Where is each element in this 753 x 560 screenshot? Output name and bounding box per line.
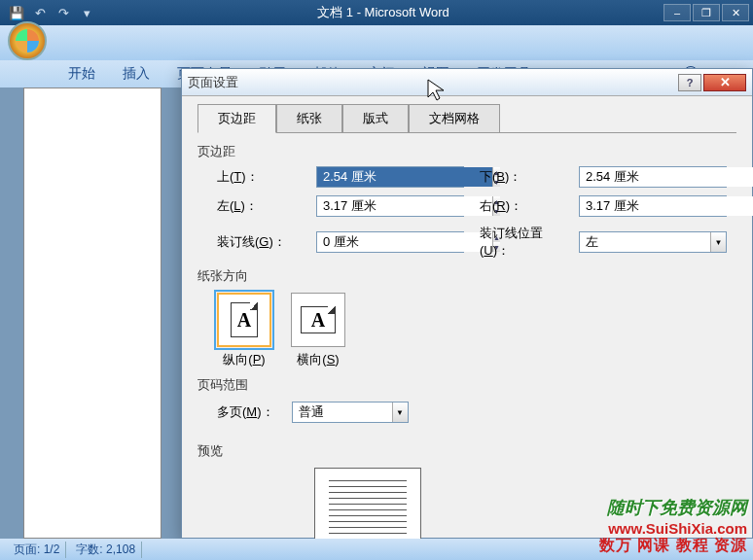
orientation-section-label: 纸张方向: [197, 267, 736, 285]
window-title: 文档 1 - Microsoft Word: [103, 4, 663, 21]
portrait-label: 纵向(P): [223, 352, 265, 367]
gutter-position-dropdown[interactable]: 左▼: [579, 231, 727, 253]
orientation-landscape[interactable]: A 横向(S): [291, 293, 345, 368]
multi-pages-dropdown[interactable]: 普通▼: [292, 402, 409, 423]
save-icon[interactable]: 💾: [8, 4, 25, 21]
bottom-margin-label: 下(B)：: [480, 168, 563, 186]
window-titlebar: 💾 ↶ ↷ ▾ 文档 1 - Microsoft Word – ❐ ✕: [0, 0, 753, 25]
redo-icon[interactable]: ↷: [54, 4, 72, 21]
quick-access-toolbar: 💾 ↶ ↷ ▾: [0, 4, 103, 21]
multi-pages-label: 多页(M)：: [217, 403, 274, 421]
undo-icon[interactable]: ↶: [31, 4, 49, 21]
dialog-tabs: 页边距 纸张 版式 文档网格: [197, 104, 736, 133]
landscape-label: 横向(S): [297, 352, 339, 367]
margins-grid: 上(T)： ▲▼ 下(B)： ▲▼ 左(L)： ▲▼ 右(R)： ▲▼ 装订线(…: [217, 166, 736, 260]
watermark-text: 随时下免费资源网: [607, 496, 747, 519]
status-words[interactable]: 字数: 2,108: [70, 542, 142, 558]
ribbon-tab-home[interactable]: 开始: [66, 61, 97, 87]
orientation-portrait[interactable]: A 纵向(P): [217, 293, 271, 368]
portrait-page-icon: A: [231, 302, 258, 337]
landscape-page-icon: A: [301, 306, 336, 333]
ribbon-tab-insert[interactable]: 插入: [121, 61, 152, 87]
dialog-help-button[interactable]: ?: [678, 74, 701, 91]
gutter-input[interactable]: ▲▼: [316, 231, 464, 253]
right-margin-label: 右(R)：: [480, 197, 563, 215]
status-page[interactable]: 页面: 1/2: [8, 542, 66, 558]
dialog-close-button[interactable]: ✕: [703, 74, 746, 91]
window-controls: – ❐ ✕: [663, 4, 753, 21]
bottom-margin-input[interactable]: ▲▼: [579, 166, 727, 188]
qat-dropdown-icon[interactable]: ▾: [78, 4, 95, 21]
tab-grid[interactable]: 文档网格: [409, 104, 500, 132]
maximize-button[interactable]: ❐: [693, 4, 720, 21]
right-margin-input[interactable]: ▲▼: [579, 195, 727, 217]
top-margin-input[interactable]: ▲▼: [316, 166, 464, 188]
dialog-titlebar: 页面设置 ? ✕: [182, 69, 752, 96]
gutter-position-label: 装订线位置(U)：: [480, 225, 563, 260]
tab-margins[interactable]: 页边距: [197, 104, 276, 133]
dialog-body: 页边距 纸张 版式 文档网格 页边距 上(T)： ▲▼ 下(B)： ▲▼ 左(L…: [182, 96, 752, 560]
chevron-down-icon[interactable]: ▼: [392, 402, 408, 422]
watermark-tagline: 数万 网课 教程 资源: [599, 536, 747, 556]
dialog-title: 页面设置: [188, 74, 678, 91]
chevron-down-icon[interactable]: ▼: [710, 232, 726, 252]
page-setup-dialog: 页面设置 ? ✕ 页边距 纸张 版式 文档网格 页边距 上(T)： ▲▼ 下(B…: [181, 68, 753, 539]
ribbon-header: [0, 25, 753, 60]
orientation-row: A 纵向(P) A 横向(S): [217, 293, 736, 368]
left-margin-label: 左(L)：: [217, 197, 301, 215]
tab-layout[interactable]: 版式: [342, 104, 409, 132]
top-margin-label: 上(T)：: [217, 168, 301, 186]
pages-row: 多页(M)： 普通▼: [217, 402, 736, 423]
preview-section-label: 预览: [197, 442, 736, 460]
minimize-button[interactable]: –: [663, 4, 691, 21]
margins-section-label: 页边距: [197, 143, 736, 160]
watermark-url: www.SuiShiXia.com: [608, 520, 747, 537]
left-margin-input[interactable]: ▲▼: [316, 195, 464, 217]
pages-section-label: 页码范围: [197, 376, 736, 394]
close-window-button[interactable]: ✕: [722, 4, 749, 21]
tab-paper[interactable]: 纸张: [276, 104, 342, 132]
gutter-label: 装订线(G)：: [217, 233, 301, 251]
office-button[interactable]: [8, 21, 47, 60]
